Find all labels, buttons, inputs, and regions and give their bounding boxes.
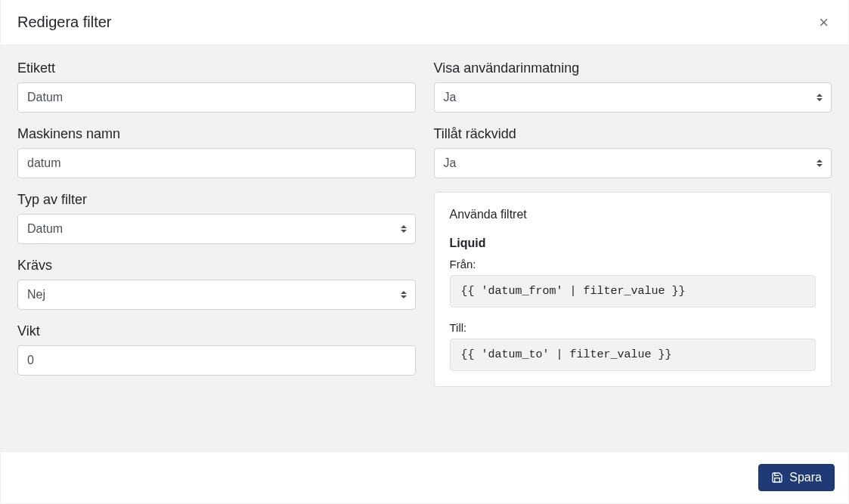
save-icon	[771, 472, 783, 484]
maskinnamn-input[interactable]	[17, 148, 416, 178]
field-maskinnamn: Maskinens namn	[17, 126, 416, 178]
etikett-input[interactable]	[17, 82, 416, 113]
form-row: Etikett Maskinens namn Typ av filter Dat…	[17, 60, 832, 389]
from-code: {{ 'datum_from' | filter_value }}	[450, 275, 816, 308]
from-label: Från:	[450, 258, 816, 271]
modal-header: Redigera filter ×	[1, 0, 848, 45]
left-column: Etikett Maskinens namn Typ av filter Dat…	[17, 60, 416, 389]
field-etikett: Etikett	[17, 60, 416, 113]
liquid-heading: Liquid	[450, 237, 816, 250]
field-kravs: Krävs Nej	[17, 258, 416, 310]
save-button-label: Spara	[789, 471, 822, 484]
close-button[interactable]: ×	[816, 14, 832, 31]
modal-title: Redigera filter	[17, 14, 112, 31]
close-icon: ×	[819, 13, 829, 32]
to-label: Till:	[450, 321, 816, 334]
to-code: {{ 'datum_to' | filter_value }}	[450, 339, 816, 371]
field-typ: Typ av filter Datum	[17, 192, 416, 244]
edit-filter-modal: Redigera filter × Etikett Maskinens namn…	[0, 0, 849, 504]
modal-body: Etikett Maskinens namn Typ av filter Dat…	[1, 45, 848, 451]
etikett-label: Etikett	[17, 60, 416, 76]
rackvidd-label: Tillåt räckvidd	[434, 126, 832, 142]
usage-title: Använda filtret	[450, 208, 816, 221]
maskinnamn-label: Maskinens namn	[17, 126, 416, 142]
modal-footer: Spara	[1, 451, 848, 503]
vikt-label: Vikt	[17, 323, 416, 339]
field-rackvidd: Tillåt räckvidd Ja	[434, 126, 832, 178]
visa-select[interactable]: Ja	[434, 82, 832, 113]
field-vikt: Vikt	[17, 323, 416, 376]
kravs-select[interactable]: Nej	[17, 280, 416, 310]
kravs-label: Krävs	[17, 258, 416, 274]
usage-card: Använda filtret Liquid Från: {{ 'datum_f…	[434, 192, 832, 387]
save-button[interactable]: Spara	[758, 464, 835, 491]
vikt-input[interactable]	[17, 345, 416, 376]
visa-label: Visa användarinmatning	[434, 60, 832, 76]
field-visa: Visa användarinmatning Ja	[434, 60, 832, 113]
typ-label: Typ av filter	[17, 192, 416, 208]
rackvidd-select[interactable]: Ja	[434, 148, 832, 178]
right-column: Visa användarinmatning Ja Tillåt räckvid…	[434, 60, 832, 389]
typ-select[interactable]: Datum	[17, 214, 416, 244]
